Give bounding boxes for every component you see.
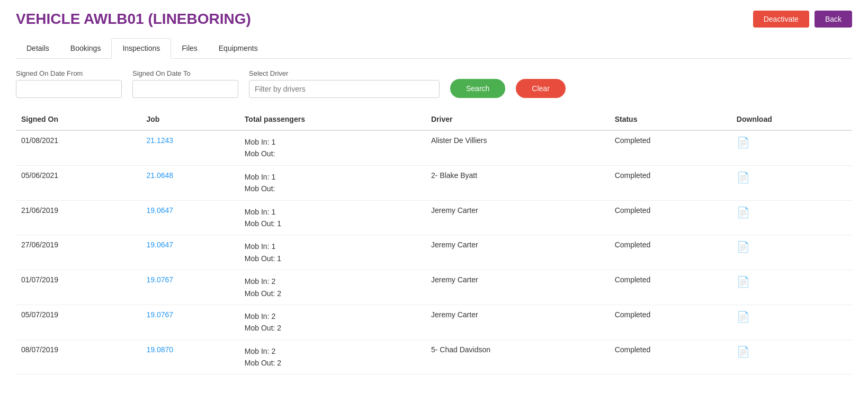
cell-download[interactable]: 📄 bbox=[731, 340, 852, 375]
driver-filter-input[interactable] bbox=[249, 80, 440, 98]
download-icon[interactable]: 📄 bbox=[737, 241, 750, 253]
cell-passengers: Mob In: 2Mob Out: 2 bbox=[239, 270, 426, 305]
inspections-table: Signed On Job Total passengers Driver St… bbox=[16, 109, 852, 375]
cell-status: Completed bbox=[610, 270, 731, 305]
cell-driver: 5- Chad Davidson bbox=[426, 340, 610, 375]
table-row: 05/06/2021 21.0648 Mob In: 1Mob Out: 2- … bbox=[16, 165, 852, 200]
job-link[interactable]: 19.0647 bbox=[146, 240, 173, 249]
tab-inspections[interactable]: Inspections bbox=[111, 38, 171, 59]
download-icon[interactable]: 📄 bbox=[737, 311, 750, 323]
cell-job[interactable]: 19.0870 bbox=[141, 340, 239, 375]
download-icon[interactable]: 📄 bbox=[737, 276, 750, 288]
table-row: 01/08/2021 21.1243 Mob In: 1Mob Out: Ali… bbox=[16, 130, 852, 165]
cell-job[interactable]: 19.0647 bbox=[141, 235, 239, 270]
table-row: 21/06/2019 19.0647 Mob In: 1Mob Out: 1 J… bbox=[16, 200, 852, 235]
page-title: VEHICLE AWLB01 (LINEBORING) bbox=[16, 11, 251, 28]
cell-job[interactable]: 19.0767 bbox=[141, 305, 239, 340]
cell-passengers: Mob In: 1Mob Out: bbox=[239, 130, 426, 165]
signed-on-from-input[interactable] bbox=[16, 80, 122, 98]
job-link[interactable]: 19.0767 bbox=[146, 275, 173, 284]
job-link[interactable]: 21.0648 bbox=[146, 171, 173, 180]
signed-on-to-group: Signed On Date To bbox=[132, 69, 238, 98]
cell-download[interactable]: 📄 bbox=[731, 305, 852, 340]
header-buttons: Deactivate Back bbox=[753, 11, 852, 28]
cell-job[interactable]: 19.0647 bbox=[141, 200, 239, 235]
cell-download[interactable]: 📄 bbox=[731, 200, 852, 235]
cell-status: Completed bbox=[610, 340, 731, 375]
clear-button[interactable]: Clear bbox=[516, 79, 565, 98]
table-row: 08/07/2019 19.0870 Mob In: 2Mob Out: 2 5… bbox=[16, 340, 852, 375]
cell-passengers: Mob In: 2Mob Out: 2 bbox=[239, 340, 426, 375]
cell-download[interactable]: 📄 bbox=[731, 270, 852, 305]
cell-driver: Jeremy Carter bbox=[426, 200, 610, 235]
cell-status: Completed bbox=[610, 130, 731, 165]
download-icon[interactable]: 📄 bbox=[737, 346, 750, 358]
signed-on-from-group: Signed On Date From bbox=[16, 69, 122, 98]
cell-passengers: Mob In: 1Mob Out: 1 bbox=[239, 235, 426, 270]
cell-driver: Jeremy Carter bbox=[426, 305, 610, 340]
deactivate-button[interactable]: Deactivate bbox=[753, 11, 809, 28]
cell-download[interactable]: 📄 bbox=[731, 235, 852, 270]
download-icon[interactable]: 📄 bbox=[737, 207, 750, 218]
col-driver: Driver bbox=[426, 109, 610, 130]
col-job: Job bbox=[141, 109, 239, 130]
cell-signed-on: 08/07/2019 bbox=[16, 340, 141, 375]
cell-download[interactable]: 📄 bbox=[731, 165, 852, 200]
job-link[interactable]: 19.0870 bbox=[146, 345, 173, 354]
filters-bar: Signed On Date From Signed On Date To Se… bbox=[16, 69, 852, 98]
cell-passengers: Mob In: 1Mob Out: bbox=[239, 165, 426, 200]
cell-signed-on: 05/06/2021 bbox=[16, 165, 141, 200]
cell-status: Completed bbox=[610, 235, 731, 270]
cell-driver: Jeremy Carter bbox=[426, 235, 610, 270]
signed-on-to-label: Signed On Date To bbox=[132, 69, 238, 77]
cell-status: Completed bbox=[610, 305, 731, 340]
download-icon[interactable]: 📄 bbox=[737, 172, 750, 183]
search-button[interactable]: Search bbox=[450, 79, 505, 98]
job-link[interactable]: 21.1243 bbox=[146, 136, 173, 145]
select-driver-label: Select Driver bbox=[249, 69, 440, 77]
tab-bookings[interactable]: Bookings bbox=[60, 38, 112, 59]
cell-signed-on: 21/06/2019 bbox=[16, 200, 141, 235]
tab-equipments[interactable]: Equipments bbox=[208, 38, 269, 59]
job-link[interactable]: 19.0767 bbox=[146, 310, 173, 319]
table-row: 27/06/2019 19.0647 Mob In: 1Mob Out: 1 J… bbox=[16, 235, 852, 270]
back-button[interactable]: Back bbox=[815, 11, 852, 28]
cell-download[interactable]: 📄 bbox=[731, 130, 852, 165]
col-total-passengers: Total passengers bbox=[239, 109, 426, 130]
table-row: 05/07/2019 19.0767 Mob In: 2Mob Out: 2 J… bbox=[16, 305, 852, 340]
tab-files[interactable]: Files bbox=[171, 38, 208, 59]
signed-on-to-input[interactable] bbox=[132, 80, 238, 98]
signed-on-from-label: Signed On Date From bbox=[16, 69, 122, 77]
job-link[interactable]: 19.0647 bbox=[146, 206, 173, 215]
col-signed-on: Signed On bbox=[16, 109, 141, 130]
table-header-row: Signed On Job Total passengers Driver St… bbox=[16, 109, 852, 130]
cell-signed-on: 01/07/2019 bbox=[16, 270, 141, 305]
cell-job[interactable]: 19.0767 bbox=[141, 270, 239, 305]
col-download: Download bbox=[731, 109, 852, 130]
cell-driver: Jeremy Carter bbox=[426, 270, 610, 305]
cell-passengers: Mob In: 1Mob Out: 1 bbox=[239, 200, 426, 235]
tabs: Details Bookings Inspections Files Equip… bbox=[16, 38, 852, 59]
col-status: Status bbox=[610, 109, 731, 130]
table-row: 01/07/2019 19.0767 Mob In: 2Mob Out: 2 J… bbox=[16, 270, 852, 305]
cell-passengers: Mob In: 2Mob Out: 2 bbox=[239, 305, 426, 340]
cell-driver: Alister De Villiers bbox=[426, 130, 610, 165]
cell-job[interactable]: 21.1243 bbox=[141, 130, 239, 165]
tab-details[interactable]: Details bbox=[16, 38, 60, 59]
driver-filter-group: Select Driver bbox=[249, 69, 440, 98]
page-wrapper: VEHICLE AWLB01 (LINEBORING) Deactivate B… bbox=[0, 0, 868, 401]
cell-status: Completed bbox=[610, 200, 731, 235]
cell-signed-on: 05/07/2019 bbox=[16, 305, 141, 340]
cell-status: Completed bbox=[610, 165, 731, 200]
cell-job[interactable]: 21.0648 bbox=[141, 165, 239, 200]
cell-signed-on: 01/08/2021 bbox=[16, 130, 141, 165]
cell-driver: 2- Blake Byatt bbox=[426, 165, 610, 200]
cell-signed-on: 27/06/2019 bbox=[16, 235, 141, 270]
header: VEHICLE AWLB01 (LINEBORING) Deactivate B… bbox=[16, 11, 852, 28]
download-icon[interactable]: 📄 bbox=[737, 137, 750, 148]
